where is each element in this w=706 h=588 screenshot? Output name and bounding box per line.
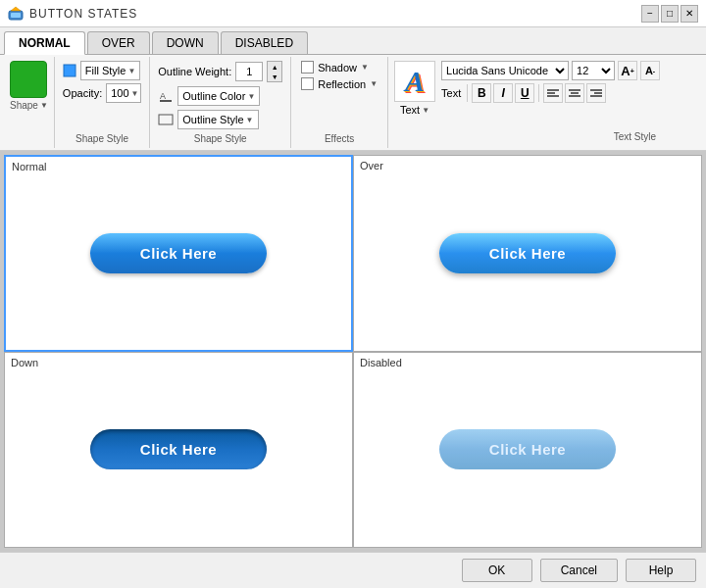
text-icon-container: A Text ▼ [394,61,435,116]
fill-icon [63,64,76,77]
text-dropdown-container: Text ▼ [400,104,429,116]
close-button[interactable]: ✕ [681,5,698,23]
tab-over[interactable]: OVER [87,31,150,54]
tab-disabled[interactable]: DISABLED [221,31,308,54]
reflection-label: Reflection [318,78,366,90]
canvas-area: Normal Click Here Over Click Here Down C… [0,151,706,552]
outline-color-dropdown[interactable]: Outline Color ▼ [177,86,260,106]
text-style-section: A Text ▼ Lucida Sans Unicode 12 A+ A- [388,57,666,148]
effects-section: Shadow ▼ Reflection ▼ Effects [291,57,388,148]
outline-weight-row: Outline Weight: ▲ ▼ [158,61,282,82]
state-panel-normal[interactable]: Normal Click Here [4,155,353,352]
shape-section: Shape ▼ [4,57,55,148]
reflection-row: Reflection ▼ [301,77,378,90]
svg-text:A: A [160,91,166,101]
toolbar: Shape ▼ Fill Style ▼ Opacity: 100 ▼ Shap… [0,55,706,151]
shape-style-label: Shape Style [63,133,141,144]
text-label: Text [400,104,420,116]
align-left-button[interactable] [543,83,563,103]
italic-button[interactable]: I [493,83,513,103]
align-center-icon [568,87,581,99]
tab-down[interactable]: DOWN [152,31,219,54]
outline-style-row: Outline Style ▼ [158,110,282,129]
font-name-row: Lucida Sans Unicode 12 A+ A- [441,61,660,80]
text-style-icon-box[interactable]: A [394,61,435,102]
state-panel-disabled[interactable]: Disabled Click Here [353,352,702,549]
shape-preview[interactable] [10,61,47,98]
shape-label: Shape [10,100,38,111]
svg-marker-2 [11,7,21,11]
state-label-normal: Normal [12,161,46,172]
svg-rect-1 [11,13,21,18]
title-bar-controls: − □ ✕ [641,5,698,23]
demo-button-disabled: Click Here [439,429,616,469]
grow-text-button[interactable]: A+ [618,61,637,80]
bold-button[interactable]: B [472,83,491,103]
text-style-controls: Lucida Sans Unicode 12 A+ A- Text B I U [441,61,660,103]
svg-rect-6 [159,115,173,124]
outline-color-icon: A [158,89,174,103]
shadow-checkbox[interactable] [301,61,314,74]
outline-weight-input[interactable] [235,62,263,81]
fill-style-row: Fill Style ▼ [63,61,141,80]
outline-weight-up[interactable]: ▲ [268,62,281,72]
svg-rect-3 [64,65,76,76]
fill-style-dropdown[interactable]: Fill Style ▼ [80,61,140,80]
state-label-over: Over [360,160,383,172]
title-bar: BUTTON STATES − □ ✕ [0,0,706,27]
shape-style-section-label: Shape Style [158,133,282,144]
underline-button[interactable]: U [515,83,534,103]
font-size-select[interactable]: 12 [572,61,615,80]
font-name-select[interactable]: Lucida Sans Unicode [441,61,569,80]
state-panel-over[interactable]: Over Click Here [353,155,702,352]
align-right-icon [589,87,603,99]
tab-bar: NORMAL OVER DOWN DISABLED [0,27,706,55]
maximize-button[interactable]: □ [661,5,679,23]
outline-weight-down[interactable]: ▼ [268,72,281,81]
align-right-button[interactable] [586,83,606,103]
outline-color-row: A Outline Color ▼ [158,86,282,106]
text-style-icon: A [405,65,425,98]
state-panel-down[interactable]: Down Click Here [4,352,353,549]
outline-section: Outline Weight: ▲ ▼ A Outline Color ▼ [150,57,291,148]
align-left-icon [546,87,560,99]
ok-button[interactable]: OK [462,559,532,582]
separator-1 [467,84,468,102]
state-label-down: Down [11,357,38,368]
effects-label: Effects [301,133,378,144]
state-label-disabled: Disabled [360,357,402,368]
outline-style-dropdown[interactable]: Outline Style ▼ [177,110,258,129]
title-bar-left: BUTTON STATES [8,6,137,22]
tab-normal[interactable]: NORMAL [4,31,85,55]
shape-dropdown-arrow: ▼ [40,101,48,110]
text-format-row: Text B I U [441,83,660,103]
reflection-dropdown-arrow: ▼ [370,79,378,88]
window-title: BUTTON STATES [29,7,137,21]
outline-weight-spinner[interactable]: ▲ ▼ [267,61,282,82]
cancel-button[interactable]: Cancel [540,559,618,582]
shadow-dropdown-arrow: ▼ [361,63,369,72]
demo-button-normal[interactable]: Click Here [90,233,267,273]
main-layout: NORMAL OVER DOWN DISABLED Shape ▼ Fill S… [0,27,706,588]
opacity-row: Opacity: 100 ▼ [63,83,141,103]
opacity-dropdown[interactable]: 100 ▼ [106,83,141,103]
text-dropdown-arrow: ▼ [422,106,429,115]
opacity-label: Opacity: [63,87,102,99]
app-icon [8,6,24,22]
minimize-button[interactable]: − [641,5,659,23]
outline-style-icon [158,113,174,126]
separator-2 [538,84,539,102]
text-format-label: Text [441,87,461,99]
align-center-button[interactable] [565,83,584,103]
outline-weight-label: Outline Weight: [158,66,231,77]
demo-button-down[interactable]: Click Here [90,429,267,469]
shape-style-section: Fill Style ▼ Opacity: 100 ▼ Shape Style [55,57,150,148]
reflection-checkbox[interactable] [301,77,314,90]
text-style-label: Text Style [614,131,656,142]
shrink-text-button[interactable]: A- [640,61,660,80]
demo-button-over[interactable]: Click Here [439,233,616,273]
footer: OK Cancel Help [0,552,706,588]
shadow-label: Shadow [318,62,357,74]
shadow-row: Shadow ▼ [301,61,378,74]
help-button[interactable]: Help [626,559,696,582]
